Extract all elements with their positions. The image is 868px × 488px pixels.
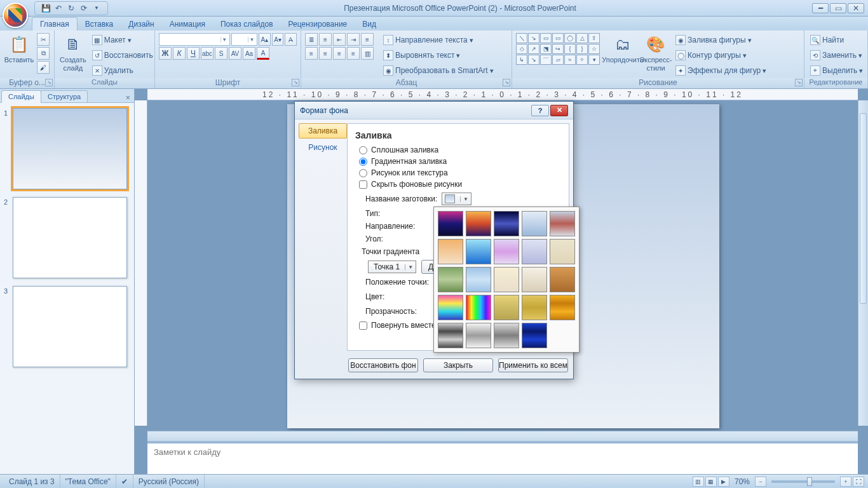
zoom-slider[interactable] — [771, 480, 835, 483]
paragraph-launcher[interactable]: ↘ — [503, 79, 510, 86]
preset-swatch-15[interactable] — [550, 267, 575, 292]
bold-icon[interactable]: Ж — [159, 47, 172, 60]
arrange-button[interactable]: 🗂Упорядочить — [607, 33, 638, 65]
panel-tab-outline[interactable]: Структура — [41, 90, 88, 103]
status-spellcheck[interactable]: ✔ — [116, 475, 133, 488]
scroll-thumb[interactable] — [860, 113, 867, 304]
copy-icon[interactable]: ⧉ — [37, 47, 50, 60]
preset-swatch-16[interactable] — [438, 295, 463, 320]
save-icon[interactable]: 💾 — [40, 3, 51, 14]
shape-fill-button[interactable]: ◉Заливка фигуры ▾ — [674, 33, 768, 47]
slide-thumbnail-1[interactable] — [13, 108, 127, 189]
strike-icon[interactable]: abc — [201, 47, 214, 60]
zoom-handle[interactable] — [807, 477, 812, 486]
paste-button[interactable]: 📋 Вставить — [4, 33, 34, 65]
panel-close-icon[interactable]: × — [125, 93, 130, 102]
justify-icon[interactable]: ≡ — [347, 47, 360, 60]
restore-background-button[interactable]: Восстановить фон — [348, 358, 418, 372]
slideshow-view-icon[interactable]: ▶ — [718, 477, 729, 487]
notes-area[interactable]: Заметки к слайду — [147, 441, 858, 474]
close-window-button[interactable]: ✕ — [848, 3, 864, 13]
shadow-icon[interactable]: S — [215, 47, 227, 60]
preset-swatch-18[interactable] — [494, 295, 519, 320]
clipboard-launcher[interactable]: ↘ — [45, 79, 53, 86]
normal-view-icon[interactable]: ▥ — [693, 477, 704, 487]
dialog-side-fill[interactable]: Заливка — [299, 123, 347, 139]
grow-font-icon[interactable]: A▴ — [259, 33, 271, 46]
preset-swatch-3[interactable] — [494, 211, 519, 236]
zoom-in-button[interactable]: + — [840, 477, 851, 487]
tab-design[interactable]: Дизайн — [121, 18, 161, 30]
font-size-combo[interactable]: ▼ — [231, 33, 257, 46]
slide-thumbnail-3[interactable] — [13, 286, 127, 367]
maximize-button[interactable]: ▭ — [830, 3, 846, 13]
preset-combo[interactable]: ▼ — [442, 193, 471, 205]
align-right-icon[interactable]: ≡ — [333, 47, 346, 60]
preset-swatch-12[interactable] — [466, 267, 491, 292]
columns-icon[interactable]: ▥ — [361, 47, 374, 60]
preset-swatch-5[interactable] — [550, 211, 575, 236]
minimize-button[interactable]: ━ — [812, 3, 829, 13]
shape-outline-button[interactable]: ◯Контур фигуры ▾ — [674, 48, 768, 62]
tab-animation[interactable]: Анимация — [162, 18, 213, 30]
fit-to-window-button[interactable]: ⛶ — [853, 477, 864, 487]
preset-swatch-21[interactable] — [438, 323, 463, 348]
panel-tab-slides[interactable]: Слайды — [1, 90, 41, 103]
preset-swatch-1[interactable] — [438, 211, 463, 236]
select-button[interactable]: ⌖Выделить ▾ — [808, 64, 865, 78]
cut-icon[interactable]: ✂ — [37, 33, 50, 46]
convert-smartart-button[interactable]: ◉Преобразовать в SmartArt ▾ — [381, 64, 496, 78]
preset-swatch-4[interactable] — [522, 211, 547, 236]
preset-swatch-11[interactable] — [438, 267, 463, 292]
office-button[interactable] — [3, 3, 28, 28]
char-spacing-icon[interactable]: AV — [229, 47, 241, 60]
radio-gradient-fill[interactable]: Градиентная заливка — [359, 157, 561, 166]
tab-home[interactable]: Главная — [32, 17, 78, 30]
quick-styles-button[interactable]: 🎨Экспресс-стили — [641, 33, 671, 74]
repeat-icon[interactable]: ⟳ — [78, 3, 90, 14]
redo-icon[interactable]: ↻ — [65, 3, 77, 14]
zoom-out-button[interactable]: − — [755, 477, 766, 487]
dialog-close-button[interactable]: ✕ — [550, 105, 568, 116]
align-text-button[interactable]: ⬍Выровнять текст ▾ — [381, 48, 496, 62]
dialog-side-picture[interactable]: Рисунок — [299, 140, 347, 155]
new-slide-button[interactable]: 🗎 Создать слайд — [58, 33, 88, 74]
status-language[interactable]: Русский (Россия) — [133, 475, 205, 488]
scrollbar-vertical[interactable] — [858, 100, 868, 426]
tab-slideshow[interactable]: Показ слайдов — [213, 18, 281, 30]
preset-swatch-20[interactable] — [550, 295, 575, 320]
decrease-indent-icon[interactable]: ⇤ — [333, 33, 346, 46]
tab-review[interactable]: Рецензирование — [281, 18, 355, 30]
clear-format-icon[interactable]: A̶ — [285, 33, 297, 46]
apply-to-all-button[interactable]: Применить ко всем — [498, 358, 568, 372]
preset-swatch-19[interactable] — [522, 295, 547, 320]
replace-button[interactable]: ⟲Заменить ▾ — [808, 48, 865, 62]
find-button[interactable]: 🔍Найти — [808, 33, 865, 47]
scrollbar-horizontal[interactable] — [147, 431, 858, 441]
delete-slide-button[interactable]: ✕Удалить — [90, 64, 155, 78]
preset-swatch-10[interactable] — [550, 239, 575, 264]
preset-swatch-17[interactable] — [466, 295, 491, 320]
preset-swatch-8[interactable] — [494, 239, 519, 264]
font-launcher[interactable]: ↘ — [292, 79, 299, 86]
radio-solid-fill[interactable]: Сплошная заливка — [359, 146, 561, 154]
numbering-icon[interactable]: ≡ — [319, 33, 332, 46]
font-name-combo[interactable]: ▼ — [159, 33, 230, 46]
align-left-icon[interactable]: ≡ — [305, 47, 318, 60]
dialog-help-button[interactable]: ? — [531, 105, 549, 116]
shapes-gallery[interactable]: ＼↘▭▭◯△⇧ ◇↗⬔↪{}☆ ↳↘﹋▱≈✧▾ — [516, 33, 605, 65]
text-direction-button[interactable]: ↕Направление текста ▾ — [381, 33, 496, 47]
underline-icon[interactable]: Ч — [187, 47, 200, 60]
preset-swatch-22[interactable] — [466, 323, 491, 348]
preset-swatch-24[interactable] — [522, 323, 547, 348]
preset-swatch-6[interactable] — [438, 239, 463, 264]
close-dialog-button[interactable]: Закрыть — [423, 358, 493, 372]
increase-indent-icon[interactable]: ⇥ — [347, 33, 360, 46]
checkbox-hide-graphics[interactable]: Скрыть фоновые рисунки — [359, 180, 561, 189]
change-case-icon[interactable]: Aa — [243, 47, 255, 60]
preset-swatch-9[interactable] — [522, 239, 547, 264]
undo-icon[interactable]: ↶ — [53, 3, 64, 14]
italic-icon[interactable]: К — [173, 47, 186, 60]
slide-thumbnail-2[interactable] — [13, 197, 127, 278]
preset-swatch-23[interactable] — [494, 323, 519, 348]
